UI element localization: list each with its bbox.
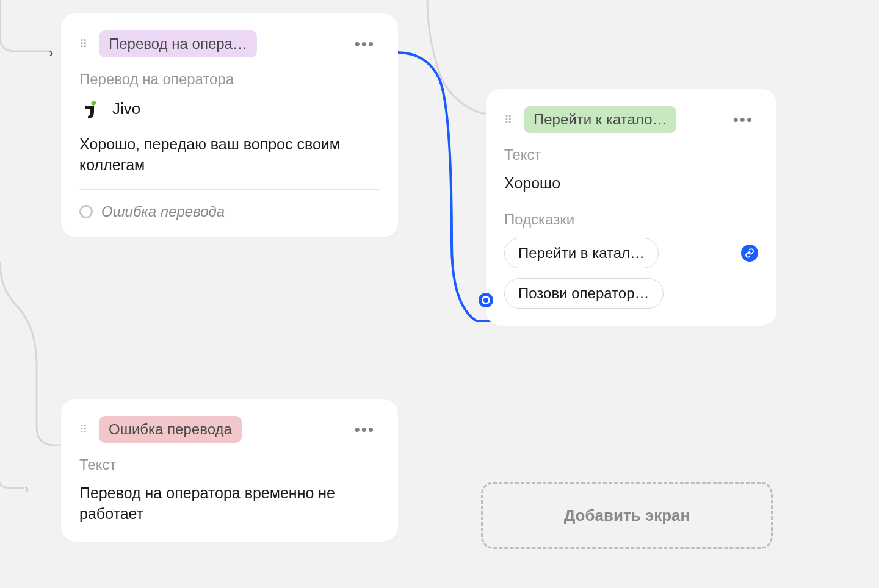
add-screen-button[interactable]: Добавить экран [481,482,773,549]
hint-row-2: Позови оператор… [504,278,758,309]
integration-name: Jivo [112,99,140,118]
card-header: ⠿ Ошибка перевода ••• [79,416,380,443]
divider [79,189,380,190]
section-label-text: Текст [504,146,758,163]
integration-row: Jivo [79,98,380,120]
error-branch-label: Ошибка перевода [101,203,225,220]
flow-canvas[interactable]: › › ⠿ Перевод на опера… ••• Перевод на о… [0,0,879,588]
transfer-body-text: Хорошо, передаю ваш вопрос своим коллега… [79,134,380,176]
section-label-transfer: Перевод на оператора [79,71,380,88]
node-tag[interactable]: Перейти к катало… [524,106,676,133]
hint-chip-operator[interactable]: Позови оператор… [504,278,664,309]
card-header: ⠿ Перевод на опера… ••• [79,30,380,57]
drag-handle-icon[interactable]: ⠿ [79,38,90,49]
link-icon[interactable] [741,245,758,262]
input-port-active[interactable] [479,293,493,307]
entry-chevron-gray-icon: › [24,481,29,497]
hint-chip-catalog[interactable]: Перейти в катал… [504,238,659,268]
error-body-text: Перевод на оператора временно не работае… [79,483,380,525]
more-menu-icon[interactable]: ••• [728,108,758,132]
radio-outline-icon [79,205,93,218]
error-branch-row[interactable]: Ошибка перевода [79,203,380,220]
node-transfer-operator[interactable]: ⠿ Перевод на опера… ••• Перевод на опера… [61,13,398,237]
card-header: ⠿ Перейти к катало… ••• [504,106,758,133]
drag-handle-icon[interactable]: ⠿ [504,114,515,125]
node-tag[interactable]: Ошибка перевода [99,416,242,443]
catalog-body-text: Хорошо [504,173,758,194]
section-label-hints: Подсказки [504,211,758,228]
jivo-icon [79,98,101,120]
more-menu-icon[interactable]: ••• [350,32,380,56]
more-menu-icon[interactable]: ••• [350,418,380,442]
section-label-text: Текст [79,456,380,473]
node-transfer-error[interactable]: ⠿ Ошибка перевода ••• Текст Перевод на о… [61,399,398,542]
node-go-catalog[interactable]: ⠿ Перейти к катало… ••• Текст Хорошо Под… [486,89,776,326]
drag-handle-icon[interactable]: ⠿ [79,424,90,435]
hint-row-1: Перейти в катал… [504,238,758,268]
entry-chevron-icon: › [49,45,53,61]
node-tag[interactable]: Перевод на опера… [99,30,257,57]
add-screen-label: Добавить экран [564,506,690,525]
